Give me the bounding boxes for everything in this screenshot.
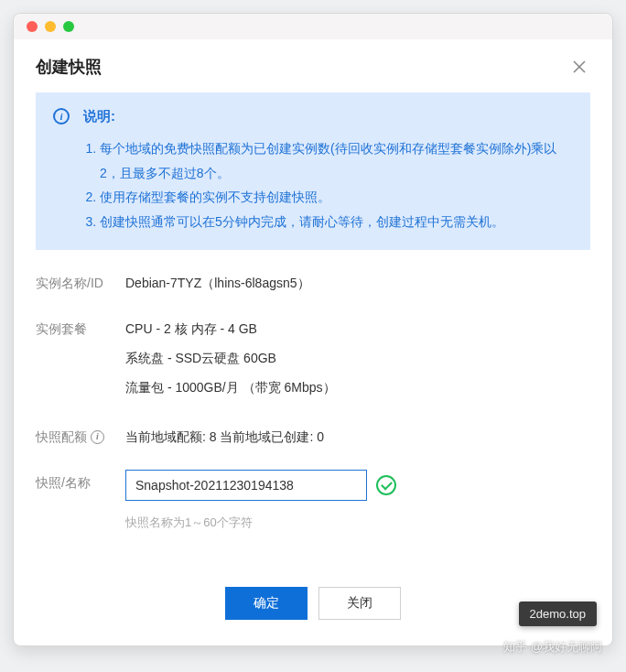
validation-check-icon bbox=[376, 475, 396, 495]
dialog-content: i 说明: 每个地域的免费快照配额为已创建实例数(待回收实例和存储型套餐实例除外… bbox=[14, 92, 612, 567]
label-quota: 快照配额 i bbox=[36, 424, 125, 450]
dialog-title: 创建快照 bbox=[36, 56, 102, 78]
name-hint: 快照名称为1～60个字符 bbox=[125, 510, 590, 536]
value-quota: 当前地域配额: 8 当前地域已创建: 0 bbox=[125, 424, 590, 450]
info-list-item: 使用存储型套餐的实例不支持创建快照。 bbox=[100, 185, 574, 210]
row-name: 快照/名称 快照名称为1～60个字符 bbox=[36, 470, 590, 536]
info-list-item: 每个地域的免费快照配额为已创建实例数(待回收实例和存储型套餐实例除外)乘以2，且… bbox=[100, 136, 574, 185]
dialog-window: 创建快照 i 说明: 每个地域的免费快照配额为已创建实例数(待回收实例和存储型套… bbox=[13, 13, 613, 646]
info-title: 说明: bbox=[83, 108, 115, 125]
label-instance: 实例名称/ID bbox=[36, 270, 125, 296]
window-minimize-dot[interactable] bbox=[45, 21, 56, 32]
close-icon bbox=[572, 60, 587, 74]
name-input-row bbox=[125, 470, 590, 501]
info-list-item: 创建快照通常可以在5分钟内完成，请耐心等待，创建过程中无需关机。 bbox=[100, 210, 574, 234]
label-name: 快照/名称 bbox=[36, 470, 125, 495]
cancel-button[interactable]: 关闭 bbox=[318, 587, 401, 620]
snapshot-name-input[interactable] bbox=[125, 470, 367, 501]
info-panel: i 说明: 每个地域的免费快照配额为已创建实例数(待回收实例和存储型套餐实例除外… bbox=[36, 92, 590, 250]
info-icon-wrapper: i bbox=[52, 107, 70, 125]
plan-cpu: CPU - 2 核 内存 - 4 GB bbox=[125, 316, 590, 341]
info-list: 每个地域的免费快照配额为已创建实例数(待回收实例和存储型套餐实例除外)乘以2，且… bbox=[52, 136, 574, 233]
plan-traffic: 流量包 - 1000GB/月 （带宽 6Mbps） bbox=[125, 374, 590, 400]
plan-disk: 系统盘 - SSD云硬盘 60GB bbox=[125, 345, 590, 371]
label-quota-text: 快照配额 bbox=[36, 424, 87, 450]
tooltip-badge: 2demo.top bbox=[519, 602, 597, 626]
row-quota: 快照配额 i 当前地域配额: 8 当前地域已创建: 0 bbox=[36, 424, 590, 450]
window-close-dot[interactable] bbox=[27, 21, 38, 32]
row-instance: 实例名称/ID Debian-7TYZ（lhins-6l8agsn5） bbox=[36, 270, 590, 296]
value-plan: CPU - 2 核 内存 - 4 GB 系统盘 - SSD云硬盘 60GB 流量… bbox=[125, 316, 590, 404]
window-zoom-dot[interactable] bbox=[63, 21, 74, 32]
dialog-header: 创建快照 bbox=[14, 39, 612, 92]
value-instance: Debian-7TYZ（lhins-6l8agsn5） bbox=[125, 270, 590, 296]
info-header: i 说明: bbox=[52, 107, 574, 125]
label-plan: 实例套餐 bbox=[36, 316, 125, 341]
confirm-button[interactable]: 确定 bbox=[225, 587, 308, 620]
close-button[interactable] bbox=[568, 56, 590, 78]
row-plan: 实例套餐 CPU - 2 核 内存 - 4 GB 系统盘 - SSD云硬盘 60… bbox=[36, 316, 590, 404]
help-icon[interactable]: i bbox=[91, 430, 104, 444]
info-icon: i bbox=[53, 108, 70, 125]
value-name-wrapper: 快照名称为1～60个字符 bbox=[125, 470, 590, 536]
window-titlebar bbox=[14, 14, 612, 39]
